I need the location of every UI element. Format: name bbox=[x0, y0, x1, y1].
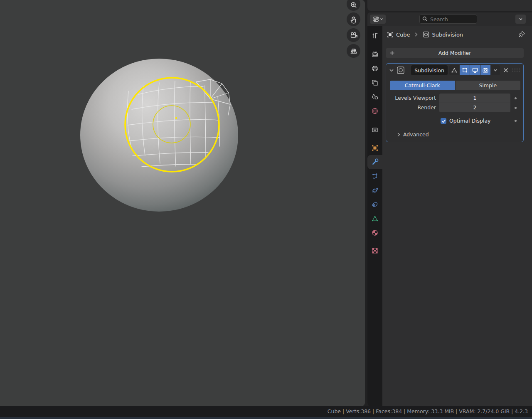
tab-collection[interactable] bbox=[367, 123, 382, 137]
animate-dot[interactable] bbox=[515, 107, 517, 109]
tab-physics[interactable] bbox=[367, 183, 382, 197]
window-bottom-edge bbox=[0, 417, 532, 419]
tab-output[interactable] bbox=[367, 62, 382, 76]
tab-tool[interactable] bbox=[367, 29, 382, 43]
tab-object-data[interactable] bbox=[367, 212, 382, 226]
hand-icon bbox=[350, 15, 358, 24]
tool-icon bbox=[371, 32, 379, 40]
toggle-on-cage[interactable] bbox=[449, 65, 459, 75]
catmull-clark-option[interactable]: Catmull-Clark bbox=[390, 81, 455, 90]
subdivision-modifier-icon bbox=[396, 66, 405, 75]
grid-ortho-button[interactable] bbox=[347, 44, 360, 58]
simple-option[interactable]: Simple bbox=[456, 81, 521, 90]
physics-icon bbox=[371, 187, 379, 194]
animate-dot[interactable] bbox=[515, 120, 517, 122]
header-options-dropdown[interactable] bbox=[515, 15, 526, 24]
breadcrumb-modifier-label[interactable]: Subdivision bbox=[432, 32, 463, 38]
status-text: Cube | Verts:386 | Faces:384 | Memory: 3… bbox=[328, 408, 528, 414]
check-icon bbox=[441, 119, 446, 123]
properties-header bbox=[367, 12, 532, 26]
particles-icon bbox=[371, 173, 379, 180]
render-label: Render bbox=[386, 103, 436, 112]
scene-icon bbox=[371, 93, 379, 101]
subdivision-modifier-icon bbox=[422, 31, 430, 38]
on-cage-icon bbox=[451, 67, 458, 74]
mesh-data-icon bbox=[371, 215, 379, 222]
subdivided-cube-sphere bbox=[80, 59, 238, 212]
chevron-right-icon bbox=[414, 32, 418, 37]
breadcrumb: Cube Subdivision bbox=[382, 29, 532, 40]
subdivision-modifier-panel: Subdivision bbox=[386, 63, 524, 142]
levels-viewport-slider[interactable]: 1 bbox=[439, 94, 510, 103]
toggle-realtime[interactable] bbox=[470, 65, 480, 75]
advanced-label: Advanced bbox=[403, 131, 429, 138]
view-layer-icon bbox=[371, 79, 379, 86]
animate-dot[interactable] bbox=[515, 97, 517, 99]
grid-icon bbox=[350, 47, 358, 55]
tab-material[interactable] bbox=[367, 226, 382, 240]
outliner-editor-edge bbox=[367, 0, 532, 11]
breadcrumb-object-label[interactable]: Cube bbox=[396, 32, 410, 38]
printer-icon bbox=[371, 65, 379, 72]
world-globe-icon bbox=[371, 107, 379, 115]
search-field[interactable] bbox=[419, 15, 477, 24]
levels-viewport-label: Levels Viewport bbox=[386, 94, 436, 103]
optimal-display-checkbox[interactable] bbox=[441, 118, 446, 124]
toggle-render[interactable] bbox=[480, 65, 490, 75]
properties-content: Cube Subdivision Add Modifier bbox=[382, 26, 532, 406]
tab-render[interactable] bbox=[367, 47, 382, 62]
sculpt-sphere-scene bbox=[0, 0, 365, 406]
brush-center-dot bbox=[175, 117, 177, 119]
tab-texture[interactable] bbox=[367, 244, 382, 258]
delete-modifier-button[interactable] bbox=[502, 67, 509, 74]
advanced-section-header[interactable]: Advanced bbox=[397, 131, 429, 138]
collection-box-icon bbox=[371, 126, 379, 133]
camera-view-button[interactable] bbox=[347, 28, 360, 42]
properties-editor: Cube Subdivision Add Modifier bbox=[367, 12, 532, 406]
pan-button[interactable] bbox=[347, 12, 360, 26]
object-icon bbox=[387, 31, 394, 38]
render-levels-slider[interactable]: 2 bbox=[439, 103, 510, 112]
optimal-display-label: Optimal Display bbox=[449, 118, 491, 124]
tab-object[interactable] bbox=[367, 141, 382, 155]
status-bar: Cube | Verts:386 | Faces:384 | Memory: 3… bbox=[0, 406, 532, 417]
material-sphere-icon bbox=[371, 229, 379, 237]
modifier-extras-dropdown[interactable] bbox=[491, 65, 500, 75]
wrench-icon bbox=[371, 158, 379, 166]
object-properties-icon bbox=[371, 144, 379, 152]
tab-constraints[interactable] bbox=[367, 197, 382, 212]
texture-checker-icon bbox=[371, 247, 379, 254]
zoom-icon bbox=[350, 0, 358, 8]
drag-handle-icon[interactable] bbox=[512, 68, 521, 72]
tab-particles[interactable] bbox=[367, 169, 382, 183]
pin-icon[interactable] bbox=[518, 30, 526, 39]
panel-expand-chevron[interactable] bbox=[389, 67, 394, 73]
tab-view-layer[interactable] bbox=[367, 76, 382, 90]
search-icon bbox=[422, 16, 428, 22]
plus-icon bbox=[389, 50, 395, 56]
properties-editor-icon bbox=[373, 16, 379, 22]
toggle-edit-mode[interactable] bbox=[460, 65, 470, 75]
monitor-icon bbox=[472, 67, 478, 74]
close-icon bbox=[502, 67, 509, 74]
add-modifier-label: Add Modifier bbox=[438, 50, 471, 56]
tab-modifiers[interactable] bbox=[367, 155, 382, 169]
3d-viewport[interactable] bbox=[0, 0, 365, 406]
algorithm-segmented-control: Catmull-Clark Simple bbox=[390, 81, 520, 90]
camera-icon bbox=[482, 67, 489, 74]
modifier-name-field[interactable]: Subdivision bbox=[411, 65, 448, 75]
add-modifier-button[interactable]: Add Modifier bbox=[386, 48, 524, 58]
camera-icon bbox=[350, 31, 358, 39]
constraints-icon bbox=[371, 201, 379, 208]
tab-world[interactable] bbox=[367, 104, 382, 118]
chevron-down-icon bbox=[493, 68, 498, 72]
properties-tab-strip bbox=[367, 26, 382, 406]
chevron-right-icon bbox=[397, 132, 401, 137]
editor-type-button[interactable] bbox=[370, 15, 386, 24]
chevron-down-icon bbox=[519, 17, 523, 21]
tab-scene[interactable] bbox=[367, 90, 382, 104]
chevron-down-icon bbox=[380, 17, 383, 21]
edit-mode-icon bbox=[461, 67, 468, 74]
render-camera-back-icon bbox=[371, 51, 379, 58]
